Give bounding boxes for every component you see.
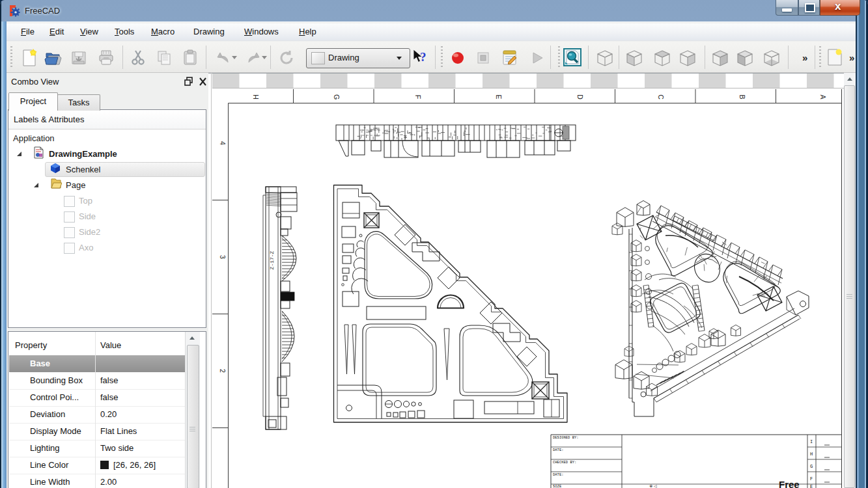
- svg-text:DATE:: DATE:: [553, 472, 564, 477]
- svg-text:Z-17-Z: Z-17-Z: [269, 251, 275, 269]
- svg-text:3: 3: [219, 255, 227, 259]
- svg-text:G: G: [810, 464, 813, 469]
- svg-text:?: ?: [420, 50, 427, 64]
- svg-text:B: B: [738, 94, 746, 99]
- svg-text:CHECKED BY:: CHECKED BY:: [553, 460, 576, 465]
- svg-text:E: E: [810, 484, 813, 488]
- svg-text:H: H: [810, 452, 813, 457]
- svg-text:D: D: [576, 94, 584, 100]
- svg-text:H: H: [252, 94, 260, 100]
- svg-text:G: G: [333, 94, 341, 100]
- svg-text:I: I: [810, 439, 813, 444]
- svg-text:Free: Free: [779, 479, 800, 488]
- svg-text:E: E: [495, 94, 503, 99]
- svg-text:A: A: [819, 94, 827, 99]
- svg-text:F: F: [810, 476, 813, 481]
- svg-text:DESIGNED BY:: DESIGNED BY:: [553, 435, 579, 440]
- svg-text:DATE:: DATE:: [553, 448, 564, 452]
- svg-text:2: 2: [219, 369, 227, 373]
- svg-text:F: F: [414, 95, 422, 99]
- svg-text:C: C: [657, 94, 665, 100]
- svg-text:SIZE: SIZE: [553, 484, 562, 488]
- svg-text:4: 4: [219, 141, 227, 145]
- svg-text:⊕ ◁: ⊕ ◁: [649, 484, 657, 488]
